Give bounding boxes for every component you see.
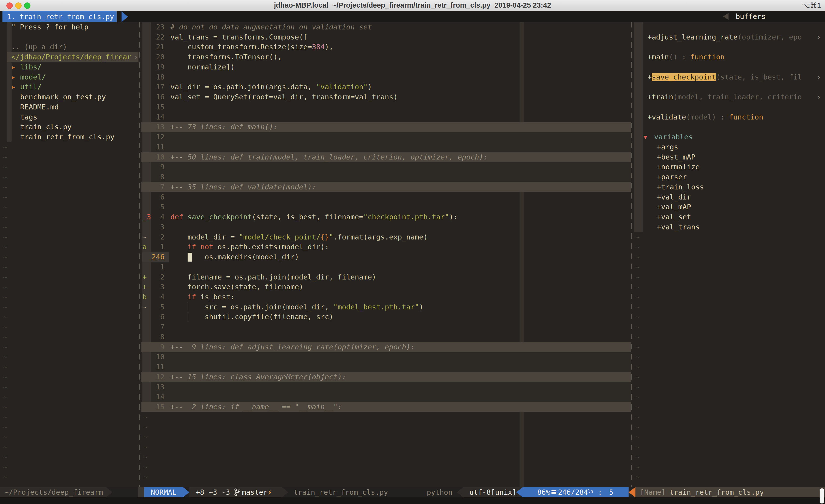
token: custom_transform.Resize(size= xyxy=(170,43,312,51)
code-line[interactable]: 12+-- 15 lines: class AverageMeter(objec… xyxy=(0,372,631,382)
tag-args: (optimizer, epo xyxy=(738,33,802,41)
tagbar-item[interactable]: +best_mAP xyxy=(0,152,825,162)
buffers-label[interactable]: buffers xyxy=(736,12,766,21)
code-text: model_dir = "model/check_point/{}".forma… xyxy=(170,232,428,242)
tilde-icon: ~ xyxy=(635,443,640,451)
tilde-icon: ~ xyxy=(3,473,7,481)
tagbar-item[interactable]: +val_dir xyxy=(0,192,825,202)
code-line[interactable]: 15+-- 2 lines: if __name__ == "__main__"… xyxy=(0,402,631,412)
token: if xyxy=(188,243,196,251)
git-hunks: +8 ~3 -3 xyxy=(189,488,230,496)
empty-line-marker: ~ xyxy=(635,282,640,292)
tag-colon: : xyxy=(677,53,690,61)
tag-name: +main xyxy=(648,53,669,61)
command-line[interactable] xyxy=(0,497,825,504)
tilde-icon: ~ xyxy=(635,363,640,371)
scrollbar-thumb[interactable] xyxy=(820,488,824,504)
code-line[interactable]: 17val_dir = os.path.join(args.data, "val… xyxy=(0,82,631,92)
line-number: 6 xyxy=(142,312,164,322)
code-line[interactable]: 7 xyxy=(0,322,631,332)
empty-line-marker: ~ xyxy=(635,372,640,382)
empty-line-marker: ~ xyxy=(635,432,640,442)
empty-line-marker: ~ xyxy=(635,312,640,322)
token: val_dir = os.path.join(args.data, xyxy=(170,83,316,91)
mode-indicator: NORMAL xyxy=(144,487,183,497)
tag-entry: +train(model, train_loader, criterio xyxy=(648,92,802,102)
code-line[interactable]: 11 xyxy=(0,362,631,372)
code-line[interactable]: 2+ filename = os.path.join(model_dir, fi… xyxy=(0,272,631,282)
token: "model/check_point/ xyxy=(239,233,320,241)
tilde-icon: ~ xyxy=(635,263,640,271)
tag-variable: +train_loss xyxy=(657,182,704,192)
tilde-icon: ~ xyxy=(143,433,148,441)
tagbar-item[interactable]: +args xyxy=(0,142,825,152)
code-line[interactable]: 15 xyxy=(0,102,631,112)
empty-line-marker: ~ xyxy=(635,362,640,372)
tab-active[interactable]: 1. train_retr_from_cls.py xyxy=(2,11,117,22)
tagbar-item[interactable]: +train(model, train_loader, criterio› xyxy=(0,92,825,102)
code-line[interactable]: 21 custom_transform.Resize(size=384), xyxy=(0,42,631,52)
tilde-icon: ~ xyxy=(143,443,148,451)
code-line[interactable]: 2~ model_dir = "model/check_point/{}".fo… xyxy=(0,232,631,242)
tilde-icon: ~ xyxy=(635,433,640,441)
tagbar-item[interactable]: +normalize xyxy=(0,162,825,172)
code-line[interactable]: 4b if is_best: xyxy=(0,292,631,302)
triangle-down-icon: ▼ xyxy=(644,132,647,142)
token: model_dir = xyxy=(170,233,239,241)
statusline-position: 86% 246/284ln : 5 xyxy=(523,487,628,497)
tagbar-item[interactable]: +val_set xyxy=(0,212,825,222)
code-line[interactable]: 6 shutil.copyfile(filename, src) xyxy=(0,312,631,322)
code-line[interactable]: 5~ src = os.path.join(model_dir, "model_… xyxy=(0,302,631,312)
code-line[interactable]: 3+ torch.save(state, filename) xyxy=(0,282,631,292)
empty-line-marker: ~ xyxy=(143,432,148,442)
empty-line-marker: ~ xyxy=(635,292,640,302)
tagbar-item[interactable]: +save_checkpoint(state, is_best, fil› xyxy=(0,72,825,82)
code-text: # do not do data augmentation on validat… xyxy=(170,22,372,32)
code-line[interactable]: 1 xyxy=(0,262,631,272)
tagbar-item[interactable]: +adjust_learning_rate(optimizer, epo› xyxy=(0,32,825,42)
code-line[interactable]: 9+-- 9 lines: def adjust_learning_rate(o… xyxy=(0,342,631,352)
tilde-icon: ~ xyxy=(635,303,640,311)
tab-arrow-icon xyxy=(122,11,128,22)
code-line[interactable]: 246 os.makedirs(model_dir) xyxy=(0,252,631,262)
line-number: 11 xyxy=(142,362,164,372)
empty-line-marker: ~ xyxy=(143,442,148,452)
code-text: normalize]) xyxy=(170,62,235,72)
tag-variable: +val_dir xyxy=(657,192,691,202)
token xyxy=(170,293,188,301)
code-line[interactable]: 8 xyxy=(0,332,631,342)
empty-line-marker: ~ xyxy=(143,462,148,472)
fold-text: +-- 73 lines: def main(): xyxy=(170,122,278,132)
tagbar-item[interactable]: +val_mAP xyxy=(0,202,825,212)
tag-args: (state, is_best, fil xyxy=(716,73,802,81)
empty-line-marker: ~ xyxy=(143,412,148,422)
line-number: 17 xyxy=(142,82,164,92)
tagbar-item[interactable]: +main() : function xyxy=(0,52,825,62)
tagbar-item[interactable]: +train_loss xyxy=(0,182,825,192)
tilde-icon: ~ xyxy=(635,343,640,351)
code-line[interactable]: 19 normalize]) xyxy=(0,62,631,72)
code-line[interactable]: 23# do not do data augmentation on valid… xyxy=(0,22,631,32)
code-line[interactable]: 14 xyxy=(0,392,631,402)
statusline-filetype: python xyxy=(427,487,453,497)
tilde-icon: ~ xyxy=(635,233,640,241)
code-line[interactable]: 10 xyxy=(0,352,631,362)
tagbar-item[interactable]: ▼variables xyxy=(0,132,825,142)
tagbar-item[interactable]: +parser xyxy=(0,172,825,182)
tilde-icon: ~ xyxy=(635,283,640,291)
token: is_best: xyxy=(196,293,235,301)
tagbar-item[interactable]: +val_trans xyxy=(0,222,825,232)
code-line[interactable]: 13 xyxy=(0,382,631,392)
empty-line-marker: ~ xyxy=(635,232,640,242)
empty-line-marker: ~ xyxy=(635,352,640,362)
git-segment: +8 ~3 -3 master ⚡ xyxy=(189,487,282,497)
gutter-sign: a xyxy=(142,242,147,252)
separator-icon xyxy=(282,487,288,497)
tagbar-statusline: [Name] train_retr_from_cls.py xyxy=(635,487,825,497)
tagbar-item[interactable]: +validate(model) : function xyxy=(0,112,825,122)
gutter-sign: ~ xyxy=(142,302,147,312)
token: .format(args.exp_name) xyxy=(333,233,428,241)
code-line[interactable]: 1a if not os.path.exists(model_dir): xyxy=(0,242,631,252)
code-line[interactable]: 13+-- 73 lines: def main(): xyxy=(0,122,631,132)
empty-line-marker: ~ xyxy=(635,442,640,452)
